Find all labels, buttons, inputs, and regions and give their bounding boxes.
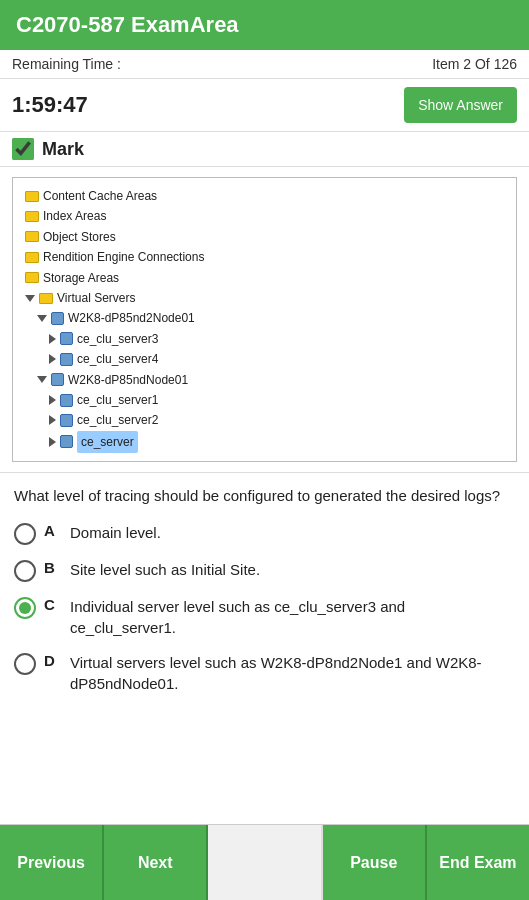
collapse-icon [49,415,56,425]
item-label: Item 2 Of 126 [432,56,517,72]
tree-item: Object Stores [25,227,504,247]
folder-icon [39,293,53,304]
folder-icon [25,272,39,283]
tree-item: ce_clu_server4 [25,349,504,369]
tree-item: Rendition Engine Connections [25,247,504,267]
folder-icon [25,231,39,242]
tree-item: Content Cache Areas [25,186,504,206]
mark-row: Mark [0,132,529,167]
header: C2070-587 ExamArea [0,0,529,50]
expand-icon [37,376,47,383]
option-text-a: Domain level. [70,522,161,543]
collapse-icon [49,395,56,405]
tree-label: ce_clu_server4 [77,349,158,369]
expand-icon [25,295,35,302]
collapse-icon [49,437,56,447]
tree-label: Rendition Engine Connections [43,247,204,267]
show-answer-button[interactable]: Show Answer [404,87,517,123]
tree-item: Virtual Servers [25,288,504,308]
expand-icon [37,315,47,322]
tree-label: ce_clu_server1 [77,390,158,410]
tree-item: ce_clu_server1 [25,390,504,410]
tree-item: Index Areas [25,206,504,226]
server-icon [60,394,73,407]
tree-label: Storage Areas [43,268,119,288]
option-row-a[interactable]: A Domain level. [14,522,515,545]
radio-a[interactable] [14,523,36,545]
bottom-nav: Previous Next Pause End Exam [0,824,529,900]
tree-image-area: Content Cache Areas Index Areas Object S… [0,167,529,473]
folder-icon [25,252,39,263]
option-letter-b: B [44,559,62,576]
previous-button[interactable]: Previous [0,825,104,900]
option-row-d[interactable]: D Virtual servers level such as W2K8-dP8… [14,652,515,694]
tree-label: Content Cache Areas [43,186,157,206]
timer-row: 1:59:47 Show Answer [0,79,529,132]
collapse-icon [49,354,56,364]
server-icon [60,332,73,345]
option-text-b: Site level such as Initial Site. [70,559,260,580]
radio-d[interactable] [14,653,36,675]
end-exam-button[interactable]: End Exam [427,825,529,900]
option-letter-d: D [44,652,62,669]
option-letter-c: C [44,596,62,613]
server-icon [51,373,64,386]
tree-label: ce_clu_server3 [77,329,158,349]
tree-label: ce_clu_server2 [77,410,158,430]
tree-label: ce_server [77,431,138,453]
remaining-label: Remaining Time : [12,56,121,72]
option-text-d: Virtual servers level such as W2K8-dP8nd… [70,652,515,694]
mark-checkbox[interactable] [12,138,34,160]
mark-label[interactable]: Mark [42,139,84,160]
option-row-c[interactable]: C Individual server level such as ce_clu… [14,596,515,638]
tree-item: W2K8-dP85nd2Node01 [25,308,504,328]
tree-item: ce_clu_server3 [25,329,504,349]
tree-label: W2K8-dP85ndNode01 [68,370,188,390]
option-row-b[interactable]: B Site level such as Initial Site. [14,559,515,582]
tree-item: Storage Areas [25,268,504,288]
server-icon [60,353,73,366]
collapse-icon [49,334,56,344]
tree-item: ce_server [25,431,504,453]
server-icon [51,312,64,325]
app-title: C2070-587 ExamArea [16,12,513,38]
tree-label: Object Stores [43,227,116,247]
file-tree: Content Cache Areas Index Areas Object S… [12,177,517,462]
tree-label: Index Areas [43,206,106,226]
nav-gap [208,825,322,900]
server-icon [60,435,73,448]
option-letter-a: A [44,522,62,539]
radio-c[interactable] [14,597,36,619]
option-text-c: Individual server level such as ce_clu_s… [70,596,515,638]
tree-item: ce_clu_server2 [25,410,504,430]
tree-label: W2K8-dP85nd2Node01 [68,308,195,328]
question-text: What level of tracing should be configur… [14,485,515,508]
server-icon [60,414,73,427]
next-button[interactable]: Next [104,825,208,900]
folder-icon [25,191,39,202]
folder-icon [25,211,39,222]
radio-b[interactable] [14,560,36,582]
question-area: What level of tracing should be configur… [0,473,529,824]
countdown-timer: 1:59:47 [12,92,88,118]
tree-label: Virtual Servers [57,288,135,308]
info-bar: Remaining Time : Item 2 Of 126 [0,50,529,79]
tree-item: W2K8-dP85ndNode01 [25,370,504,390]
pause-button[interactable]: Pause [323,825,427,900]
